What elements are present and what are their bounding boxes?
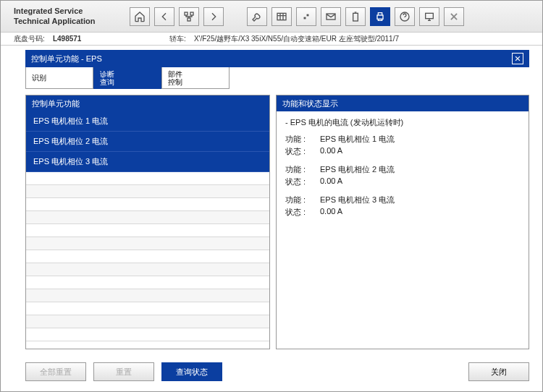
- plug-icon[interactable]: [296, 7, 316, 26]
- panel-title-text: 控制单元功能 - EPS: [31, 54, 102, 64]
- infobar: 底盘号码: L498571 轿车: X'/F25/越野车/X3 35iX/N55…: [1, 33, 542, 46]
- header: Integrated Service Technical Application: [1, 1, 542, 33]
- tab-label: 诊断查询: [100, 70, 114, 86]
- vehicle-value: X'/F25/越野车/X3 35iX/N55/自动变速箱/EUR 左座驾驶型/2…: [194, 35, 399, 43]
- panel-title-bar: 控制单元功能 - EPS: [25, 50, 529, 67]
- vehicle-info: 轿车: X'/F25/越野车/X3 35iX/N55/自动变速箱/EUR 左座驾…: [169, 34, 529, 43]
- state-value: 0.00 A: [320, 207, 520, 218]
- func-label: 功能 :: [285, 195, 320, 205]
- exit-icon[interactable]: [444, 7, 464, 26]
- chassis-label: 底盘号码:: [14, 35, 45, 43]
- state-value: 0.00 A: [320, 146, 520, 157]
- state-label: 状态 :: [285, 207, 320, 218]
- right-panel-header: 功能和状态显示: [277, 95, 529, 111]
- state-label: 状态 :: [285, 176, 320, 187]
- tab-label: 部件控制: [168, 70, 182, 86]
- list-row: [26, 250, 269, 263]
- app-title-line1: Integrated Service: [14, 7, 130, 16]
- func-label: 功能 :: [285, 164, 320, 175]
- svg-rect-3: [277, 13, 286, 20]
- left-panel: 控制单元功能 EPS 电机相位 1 电流 EPS 电机相位 2 电流 EPS 电…: [25, 95, 270, 349]
- list-item[interactable]: EPS 电机相位 1 电流: [26, 111, 269, 132]
- svg-rect-1: [190, 12, 193, 15]
- list-item[interactable]: EPS 电机相位 3 电流: [26, 152, 269, 172]
- home-icon[interactable]: [130, 7, 150, 26]
- main: 控制单元功能 EPS 电机相位 1 电流 EPS 电机相位 2 电流 EPS 电…: [25, 95, 529, 349]
- list-row: [26, 263, 269, 276]
- list-row: [26, 185, 269, 198]
- chassis-value: L498571: [53, 35, 81, 43]
- chassis-info: 底盘号码: L498571: [14, 34, 169, 43]
- state-value: 0.00 A: [320, 176, 520, 187]
- back-icon[interactable]: [154, 7, 174, 26]
- svg-rect-5: [353, 13, 358, 21]
- list-row: [26, 224, 269, 237]
- footer: 全部重置 重置 查询状态 关闭: [25, 362, 529, 381]
- app-title-line2: Technical Application: [14, 17, 130, 26]
- tab-component-control[interactable]: 部件控制: [161, 67, 230, 89]
- panel-close-button[interactable]: [512, 53, 523, 64]
- mail-icon[interactable]: [321, 7, 341, 26]
- list-row: [26, 315, 269, 328]
- func-value: EPS 电机相位 3 电流: [320, 195, 520, 205]
- print-icon[interactable]: [370, 7, 390, 26]
- tab-diag-query[interactable]: 诊断查询: [93, 67, 161, 89]
- func-value: EPS 电机相位 2 电流: [320, 164, 520, 175]
- tree-icon[interactable]: [179, 7, 199, 26]
- query-status-button[interactable]: 查询状态: [161, 362, 222, 381]
- svg-rect-8: [426, 13, 434, 18]
- svg-rect-0: [185, 12, 188, 15]
- reset-button: 重置: [93, 362, 154, 381]
- battery-icon[interactable]: [345, 7, 366, 26]
- svg-rect-2: [188, 18, 190, 21]
- list-row: [26, 172, 269, 185]
- forward-icon[interactable]: [203, 7, 224, 26]
- grid-icon[interactable]: [272, 7, 292, 26]
- state-label: 状态 :: [285, 146, 320, 157]
- wrench-icon[interactable]: [247, 7, 267, 26]
- screen-icon[interactable]: [419, 7, 439, 26]
- list-row: [26, 276, 269, 289]
- list-item[interactable]: EPS 电机相位 2 电流: [26, 132, 269, 152]
- function-list: EPS 电机相位 1 电流 EPS 电机相位 2 电流 EPS 电机相位 3 电…: [26, 111, 269, 349]
- help-icon[interactable]: [395, 7, 415, 26]
- detail-block: 功能 :EPS 电机相位 2 电流 状态 :0.00 A: [285, 164, 520, 187]
- list-row: [26, 302, 269, 315]
- detail-title: - EPS 电机的电流 (发动机运转时): [285, 117, 520, 128]
- reset-all-button: 全部重置: [25, 362, 86, 381]
- right-panel: 功能和状态显示 - EPS 电机的电流 (发动机运转时) 功能 :EPS 电机相…: [276, 95, 529, 349]
- vehicle-label: 轿车:: [169, 35, 186, 43]
- func-label: 功能 :: [285, 134, 320, 145]
- detail-block: 功能 :EPS 电机相位 1 电流 状态 :0.00 A: [285, 134, 520, 157]
- tab-identify[interactable]: 识别: [25, 67, 93, 89]
- svg-rect-6: [377, 15, 383, 19]
- func-value: EPS 电机相位 1 电流: [320, 134, 520, 145]
- close-button[interactable]: 关闭: [468, 362, 529, 381]
- toolbar: [130, 7, 464, 26]
- list-row: [26, 289, 269, 302]
- tab-label: 识别: [32, 73, 46, 83]
- tabs: 识别 诊断查询 部件控制: [25, 67, 529, 89]
- list-row: [26, 198, 269, 211]
- app-window: Integrated Service Technical Application…: [0, 0, 543, 392]
- app-title: Integrated Service Technical Application: [14, 7, 130, 25]
- left-panel-header: 控制单元功能: [26, 95, 269, 111]
- list-row: [26, 237, 269, 250]
- list-row: [26, 328, 269, 341]
- list-row: [26, 211, 269, 224]
- detail-body: - EPS 电机的电流 (发动机运转时) 功能 :EPS 电机相位 1 电流 状…: [277, 111, 529, 231]
- detail-block: 功能 :EPS 电机相位 3 电流 状态 :0.00 A: [285, 195, 520, 218]
